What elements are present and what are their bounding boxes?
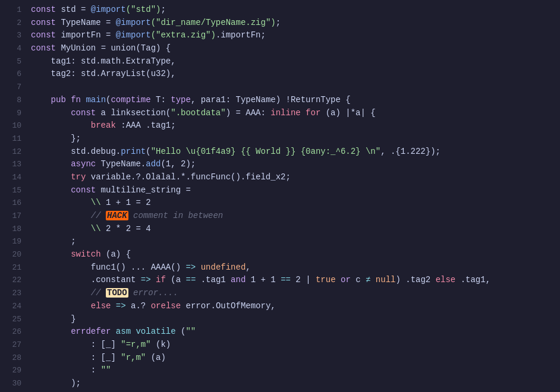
token-kw-ctrl: if (151, 275, 166, 284)
line-number: 6 (5, 68, 21, 80)
line-code: break :AAA .tag1; (31, 119, 554, 132)
token-var: tag1: std.math.ExtraType, (31, 56, 176, 66)
token-at: @import (91, 5, 126, 14)
token-string: "r,m" (121, 353, 146, 362)
token-var: } (31, 314, 76, 324)
line-code: const MyUnion = union(Tag) { (31, 42, 554, 55)
token-kw: async (31, 159, 96, 169)
line-number: 16 (5, 197, 21, 209)
code-line: 16 \\ 1 + 1 = 2 (0, 197, 560, 210)
code-line: 28 : [_] "r,m" (a) (0, 352, 560, 365)
token-at: @import (116, 30, 151, 40)
line-code: : [_] "=r,m" (k) (31, 339, 554, 352)
token-var: MyUnion = union(Tag) { (56, 43, 171, 53)
token-punct: ( (146, 147, 150, 156)
line-code: : [_] "r,m" (a) (31, 352, 554, 365)
code-line: 1const std = @import("std"); (0, 4, 560, 17)
token-kw-ctrl: inline for (270, 108, 320, 118)
token-fn-name: print (121, 147, 146, 156)
token-kw: type (171, 95, 191, 105)
line-code: try variable.?.Olalal.*.funcFunc().field… (31, 171, 554, 184)
token-var (336, 275, 341, 284)
token-kw: const (31, 108, 96, 118)
token-comment: // (31, 288, 106, 298)
line-number: 26 (5, 326, 21, 338)
line-code: const TypeName = @import("dir_name/TypeN… (31, 17, 554, 30)
line-code: const std = @import("std"); (31, 4, 554, 17)
line-number: 21 (5, 262, 21, 274)
line-number: 17 (5, 210, 21, 222)
code-line: 24 else => a.? orelse error.OutOfMemory, (0, 300, 560, 313)
code-line: 25 } (0, 313, 560, 326)
token-var: }; (31, 134, 81, 143)
code-line: 2const TypeName = @import("dir_name/Type… (0, 17, 560, 30)
line-number: 18 (5, 223, 21, 235)
token-string: "=r,m" (121, 340, 150, 349)
token-var: :AAA .tag1; (116, 121, 176, 130)
line-number: 7 (5, 81, 21, 93)
token-var (31, 301, 91, 311)
line-number: 1 (5, 4, 21, 16)
line-number: 19 (5, 236, 21, 248)
token-var: a linksection( (96, 108, 171, 118)
token-string: ".bootdata" (171, 108, 225, 118)
token-var: (a) (146, 353, 166, 362)
line-code: } (31, 313, 554, 326)
token-asm-kw: asm volatile (111, 327, 175, 336)
line-code: pub fn main(comptime T: type, para1: Typ… (31, 94, 554, 107)
token-bool-null: true (316, 275, 336, 284)
token-kw-ctrl: else (91, 301, 111, 311)
line-number: 20 (5, 249, 21, 261)
line-code: \\ 1 + 1 = 2 (31, 197, 554, 210)
token-var: (k) (151, 340, 171, 349)
line-number: 10 (5, 120, 21, 132)
token-var: (a) |*a| { (320, 108, 375, 118)
token-var: (a (166, 275, 186, 284)
token-var: a.? (126, 301, 151, 311)
token-fn-name: add (146, 159, 161, 169)
line-number: 9 (5, 108, 21, 119)
code-line: 13 async TypeName.add(1, 2); (0, 158, 560, 171)
token-arrow: => (185, 263, 196, 272)
line-code: func1() ... AAAA() => undefined, (31, 261, 554, 274)
token-comment-kw: HACK (106, 211, 128, 220)
token-var: : [_] (31, 353, 121, 362)
code-line: 11 }; (0, 132, 560, 146)
token-var: ); (31, 378, 81, 388)
token-var: : [_] (31, 340, 121, 349)
line-code: else => a.? orelse error.OutOfMemory, (31, 300, 554, 313)
token-var: : (31, 365, 101, 375)
line-code: switch (a) { (31, 248, 554, 261)
token-var: importFn = (56, 30, 116, 40)
code-line: 26 errdefer asm volatile ("" (0, 325, 560, 339)
token-string: "" (185, 327, 196, 336)
token-kw-ctrl: switch (31, 249, 101, 259)
token-var (196, 263, 200, 272)
token-var: (a) { (101, 249, 131, 259)
line-code: std.debug.print("Hello \u{01f4a9} {{ Wor… (31, 146, 554, 159)
token-kw: pub fn (31, 95, 86, 105)
token-var: c (351, 275, 366, 284)
token-string: "Hello \u{01f4a9} {{ World }} {0any:_^6.… (151, 147, 380, 156)
code-line: 30 ); (0, 377, 560, 390)
code-editor: 1const std = @import("std");2const TypeN… (0, 0, 560, 392)
code-line: 29 : "" (0, 364, 560, 377)
code-line: 10 break :AAA .tag1; (0, 119, 560, 132)
token-var: tag2: std.ArrayList(u32), (31, 69, 176, 78)
line-number: 25 (5, 314, 21, 325)
token-kw: const (31, 30, 56, 40)
token-kw-ctrl: orelse (151, 301, 181, 311)
code-line: 31 } (0, 390, 560, 392)
token-op: == (185, 275, 196, 284)
code-line: 23 // TODO error.... (0, 287, 560, 300)
code-line: 9 const a linksection(".bootdata") = AAA… (0, 107, 560, 120)
token-string: ("dir_name/TypeName.zig") (151, 18, 276, 27)
token-var: std = (56, 5, 91, 14)
token-var: .tag1, (455, 275, 490, 284)
token-var: , para1: TypeName) !ReturnType { (191, 95, 351, 105)
line-code: // HACK comment in between (31, 210, 554, 223)
line-number: 29 (5, 365, 21, 377)
code-line: 27 : [_] "=r,m" (k) (0, 339, 560, 352)
token-punct: (1, 2); (161, 159, 196, 169)
token-kw: const (31, 43, 56, 53)
